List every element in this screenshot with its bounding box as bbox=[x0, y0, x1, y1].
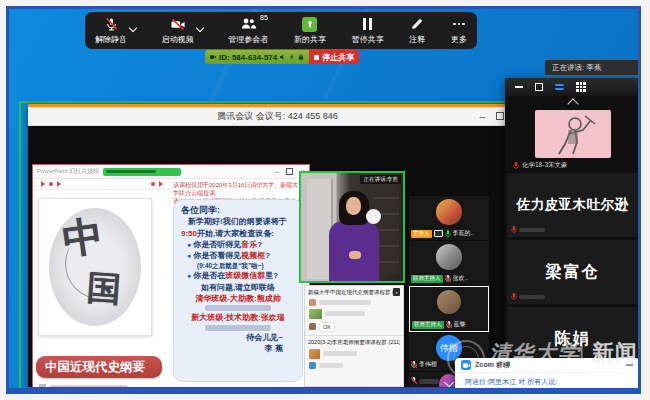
stop-share-label: 停止共享 bbox=[322, 52, 354, 63]
powerpoint-title: PowerPoint 幻灯片放映 bbox=[37, 167, 99, 176]
start-video-button[interactable]: 启动视频 bbox=[162, 17, 194, 45]
zoom-panel-titlebar[interactable] bbox=[505, 78, 640, 96]
unmute-button[interactable]: 解除静音 bbox=[95, 17, 127, 45]
wechat-ok-bubble: OK bbox=[319, 322, 335, 332]
zoom-meeting-toolbar: 解除静音 启动视频 85 管理参会者 新的共享 bbox=[85, 12, 477, 49]
participant-tile-host[interactable]: 主持人 李蕉的.. bbox=[409, 196, 489, 240]
new-share-button[interactable]: 新的共享 bbox=[294, 17, 326, 45]
media-controls-row bbox=[33, 178, 171, 190]
annotate-button[interactable]: 注释 bbox=[409, 17, 425, 45]
slide-signature: 李 蕉 bbox=[181, 343, 295, 354]
blurred-caption bbox=[39, 384, 128, 387]
mic-muted-icon bbox=[513, 162, 519, 170]
sketch-avatar-illustration bbox=[535, 110, 611, 158]
manage-participants-button[interactable]: 85 管理参会者 bbox=[228, 17, 268, 45]
participant-tile-cohost-1[interactable]: 联席主持人 张欢.. bbox=[409, 241, 489, 285]
meeting-id-text: ID: 584-634-574 bbox=[219, 53, 277, 62]
wechat-image-row-2 bbox=[305, 347, 403, 360]
mic-muted-icon bbox=[511, 226, 517, 234]
start-video-label: 启动视频 bbox=[162, 34, 194, 45]
speaker-avatar-tile[interactable] bbox=[535, 110, 611, 158]
participant-name: 梁富仓 bbox=[546, 262, 600, 283]
white-circle-decoration bbox=[366, 209, 381, 224]
mic-muted-icon bbox=[411, 377, 417, 385]
wechat-group2-header: 2020(3-2)李蕉老师纲要课课程群 (211) bbox=[305, 337, 403, 347]
ppt-maximize-glyph bbox=[286, 168, 293, 175]
stop-icon bbox=[314, 55, 319, 60]
video-options-chevron-icon[interactable] bbox=[195, 23, 203, 31]
active-speaker-tooltip: 正在讲话: 李蕉 bbox=[545, 60, 641, 75]
participant-name-tile[interactable]: 佐力皮亚木吐尔逊 bbox=[507, 173, 638, 237]
panel-minimize-icon[interactable] bbox=[515, 86, 523, 88]
blurred-phone-2 bbox=[205, 325, 271, 331]
blurred-name-label bbox=[519, 228, 545, 232]
mic-muted-icon bbox=[411, 361, 417, 369]
teacher-hand bbox=[349, 251, 361, 259]
pause-share-label: 暂停共享 bbox=[352, 34, 384, 45]
slide-intro-line2: 9:50开始,请大家检查设备: bbox=[181, 228, 295, 239]
wechat-file-row bbox=[305, 360, 403, 370]
chat-popup-titlebar[interactable]: Zoom 群聊 bbox=[455, 358, 639, 373]
avatar bbox=[436, 199, 462, 225]
zoom-chat-popup[interactable]: Zoom 群聊 阿迪拉·阿里木江 对 所有人说: bbox=[455, 358, 639, 392]
stop-share-button[interactable]: 停止共享 bbox=[309, 50, 359, 64]
record-dot-icon bbox=[49, 182, 53, 186]
participant-name-tile[interactable]: 梁富仓 bbox=[507, 240, 638, 304]
participant-name: 佐力皮亚木吐尔逊 bbox=[517, 196, 629, 214]
forward-icon bbox=[159, 181, 163, 187]
wechat-image-thumb bbox=[309, 309, 322, 319]
gallery-view-icon[interactable] bbox=[576, 82, 586, 92]
participant-name: 张欢.. bbox=[453, 274, 468, 283]
host-badge: 主持人 bbox=[411, 230, 432, 238]
meeting-id-pill: ID: 584-634-574 停止共享 bbox=[205, 50, 359, 64]
calligraphy-oval: 中 国 bbox=[49, 208, 141, 326]
mic-muted-icon bbox=[446, 321, 452, 329]
chat-message-sender: 阿迪拉·阿里木江 对 所有人说: bbox=[455, 373, 639, 387]
participant-name: 李蕉的.. bbox=[453, 229, 474, 238]
ppt-minimize-glyph: – bbox=[275, 167, 279, 176]
tencent-id-overlay bbox=[103, 168, 181, 176]
mic-on-icon bbox=[445, 230, 451, 238]
speaker-view-icon[interactable] bbox=[555, 84, 564, 91]
next-icon bbox=[57, 181, 61, 187]
more-icon bbox=[453, 23, 465, 26]
unmute-label: 解除静音 bbox=[95, 34, 127, 45]
teacher-video-feed: 正在讲话:李蕉 bbox=[299, 171, 405, 283]
chat-minimize-icon[interactable] bbox=[626, 364, 633, 366]
participant-name: 陈娟 bbox=[555, 329, 591, 350]
chat-popup-title: Zoom 群聊 bbox=[475, 360, 510, 370]
avatar bbox=[436, 244, 462, 270]
blurred-name bbox=[419, 379, 439, 384]
slide-greeting: 各位同学: bbox=[181, 205, 295, 216]
minimize-button[interactable]: – bbox=[480, 111, 486, 122]
wechat-group1-title: 新疆大学中国近现代史纲要课程群 (105) bbox=[308, 289, 393, 296]
slide-ta2: 新大班级-技术助教:张欢瑞 bbox=[181, 312, 295, 323]
participant-tile-cohost-2[interactable]: 联席主持人 蓝黎 bbox=[409, 286, 489, 332]
wechat-image-thumb-2 bbox=[309, 349, 320, 359]
maximize-button[interactable] bbox=[496, 112, 504, 120]
cohost-badge: 联席主持人 bbox=[412, 321, 444, 329]
slide-bullet-3: ●你是否在班级微信群里? bbox=[181, 270, 295, 281]
participants-count-badge: 85 bbox=[260, 14, 268, 21]
play-icon bbox=[41, 181, 45, 187]
pause-share-button[interactable]: 暂停共享 bbox=[352, 17, 384, 45]
sharing-screen-icon bbox=[434, 230, 443, 237]
screenshot-root: 解除静音 启动视频 85 管理参会者 新的共享 bbox=[0, 0, 650, 400]
slide-bullet-2-note: (9:40之后就是“我”啦~) bbox=[181, 261, 295, 270]
slide-intro-line1: 新学期好!我们的纲要课将于 bbox=[181, 216, 295, 227]
speaker-name-label: 化学18-3宋文豪 bbox=[522, 161, 568, 170]
wechat-image-row bbox=[305, 307, 403, 320]
tencent-titlebar[interactable]: 腾讯会议 会议号: 424 455 846 – × bbox=[28, 107, 527, 126]
speaker-icon bbox=[280, 54, 286, 60]
panel-maximize-icon[interactable] bbox=[535, 83, 543, 91]
collapse-panel-chevron-icon[interactable] bbox=[567, 98, 578, 109]
lock-icon bbox=[298, 54, 304, 60]
tencent-window-title: 腾讯会议 会议号: 424 455 846 bbox=[28, 110, 527, 123]
more-button[interactable]: 更多 bbox=[451, 17, 467, 45]
wechat-expand-icon: › bbox=[393, 288, 400, 296]
pen-icon bbox=[410, 17, 424, 32]
mic-options-chevron-icon[interactable] bbox=[129, 23, 137, 31]
new-share-label: 新的共享 bbox=[294, 34, 326, 45]
blurred-name-label bbox=[519, 295, 545, 299]
signal-icon bbox=[289, 54, 295, 60]
